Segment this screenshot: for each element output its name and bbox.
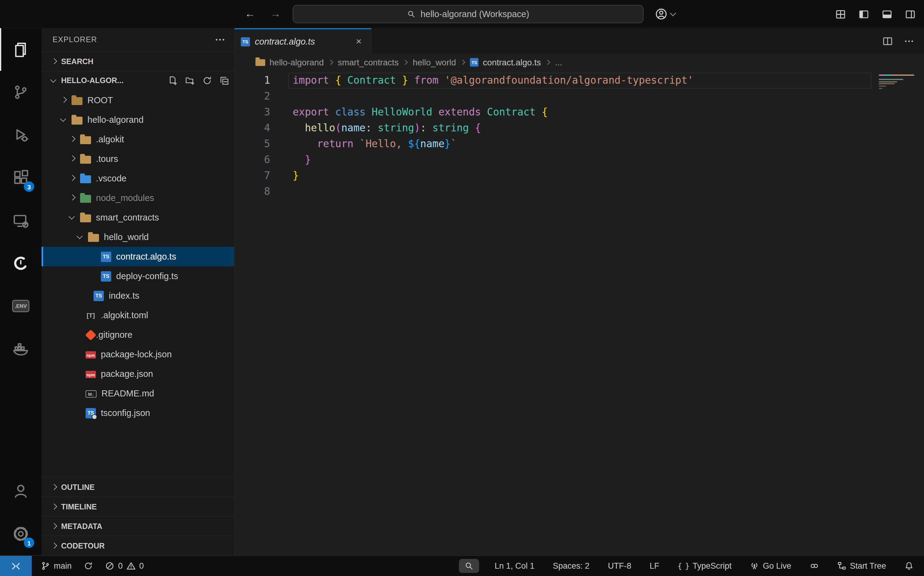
notifications-button[interactable] <box>902 562 917 571</box>
code-line[interactable]: 2 <box>235 88 924 104</box>
customize-layout-icon[interactable] <box>835 9 846 19</box>
activity-explorer[interactable] <box>0 28 42 71</box>
forward-button[interactable] <box>269 7 282 21</box>
tab-contract-algo-ts[interactable]: contract.algo.ts <box>235 28 372 54</box>
activity-settings[interactable]: 1 <box>0 512 42 555</box>
toggle-secondary-sidebar-icon[interactable] <box>905 9 916 19</box>
section-workspace[interactable]: HELLO-ALGOR... <box>42 71 234 90</box>
breadcrumb-item[interactable]: smart_contracts <box>338 58 399 67</box>
encoding-button[interactable]: UTF-8 <box>605 562 634 571</box>
tree-item-folder[interactable]: hello-algorand <box>42 110 234 130</box>
activity-algokit[interactable] <box>0 242 42 285</box>
start-tree-button[interactable]: Start Tree <box>834 562 889 571</box>
tsconfig-icon <box>86 408 96 418</box>
breadcrumb-item[interactable]: hello_world <box>413 58 456 67</box>
code-editor[interactable]: 1import { Contract } from '@algorandfoun… <box>235 71 924 555</box>
folder-open-icon <box>72 117 83 125</box>
remote-icon <box>11 561 21 571</box>
code-line[interactable]: 5 return `Hello, ${name}` <box>235 136 924 152</box>
new-file-icon[interactable] <box>168 76 178 85</box>
minimap[interactable] <box>875 71 924 555</box>
folder-open-icon <box>88 234 99 242</box>
tree-item-folder[interactable]: ROOT <box>42 90 234 110</box>
close-icon[interactable] <box>352 35 365 48</box>
more-actions-icon[interactable] <box>904 36 914 46</box>
remote-indicator[interactable] <box>0 556 32 576</box>
tree-item-file[interactable]: index.ts <box>42 286 234 306</box>
tree-item-folder[interactable]: node_modules <box>42 188 234 208</box>
section-outline[interactable]: OUTLINE <box>42 477 234 497</box>
chevron-right-icon <box>69 175 76 182</box>
tree-item-file[interactable]: .gitignore <box>42 325 234 344</box>
more-actions-icon[interactable] <box>215 34 226 45</box>
tree-item-folder[interactable]: smart_contracts <box>42 208 234 227</box>
bell-icon <box>905 562 914 571</box>
go-live-button[interactable]: Go Live <box>747 562 794 571</box>
code-line[interactable]: 8 <box>235 184 924 200</box>
tree-item-file[interactable]: deploy-config.ts <box>42 266 234 286</box>
tree-item-file-selected[interactable]: contract.algo.ts <box>42 247 234 266</box>
sidebar-header: EXPLORER <box>42 28 234 51</box>
breadcrumb-item[interactable]: contract.algo.ts <box>483 58 541 67</box>
account-icon <box>655 8 667 20</box>
tree-item-file[interactable]: package.json <box>42 364 234 384</box>
breadcrumb-item[interactable]: hello-algorand <box>269 58 323 67</box>
tree-item-folder[interactable]: .algokit <box>42 130 234 149</box>
collapse-all-icon[interactable] <box>219 76 229 85</box>
sidebar-title: EXPLORER <box>53 35 97 44</box>
linked-circles-button[interactable] <box>806 562 822 571</box>
files-icon <box>13 42 29 58</box>
activity-run-debug[interactable] <box>0 114 42 156</box>
tree-item-folder[interactable]: .tours <box>42 149 234 169</box>
eol-button[interactable]: LF <box>647 562 663 571</box>
branch-name: main <box>54 562 72 571</box>
new-folder-icon[interactable] <box>185 76 195 85</box>
breadcrumb-item[interactable]: ... <box>555 58 562 67</box>
split-editor-icon[interactable] <box>882 36 893 46</box>
code-lines: 1import { Contract } from '@algorandfoun… <box>235 73 924 200</box>
toggle-panel-icon[interactable] <box>882 9 892 19</box>
vscode-folder-icon <box>80 175 91 183</box>
zoom-button[interactable] <box>459 559 479 573</box>
activity-source-control[interactable] <box>0 71 42 114</box>
account-menu[interactable] <box>655 5 677 22</box>
sync-button[interactable] <box>81 562 96 571</box>
language-button[interactable]: TypeScript <box>674 562 735 571</box>
section-metadata[interactable]: METADATA <box>42 516 234 536</box>
refresh-icon[interactable] <box>202 76 212 85</box>
tree-item-folder[interactable]: hello_world <box>42 227 234 247</box>
code-line[interactable]: 4 hello(name: string): string { <box>235 120 924 136</box>
activity-accounts[interactable] <box>0 470 42 512</box>
problems-button[interactable]: 0 0 <box>102 562 147 571</box>
activity-docker[interactable] <box>0 327 42 370</box>
activity-dotenv[interactable]: .ENV <box>0 285 42 327</box>
indentation-button[interactable]: Spaces: 2 <box>550 562 593 571</box>
status-left: main 0 0 <box>32 562 147 571</box>
tree-item-folder[interactable]: .vscode <box>42 169 234 188</box>
tree-item-file[interactable]: tsconfig.json <box>42 403 234 423</box>
activity-remote-explorer[interactable] <box>0 199 42 242</box>
code-line[interactable]: 6 } <box>235 152 924 168</box>
tree-item-file[interactable]: package-lock.json <box>42 344 234 364</box>
section-codetour[interactable]: CODETOUR <box>42 536 234 555</box>
back-button[interactable] <box>243 7 257 21</box>
run-debug-icon <box>13 127 29 143</box>
tree-item-file[interactable]: .algokit.toml <box>42 306 234 325</box>
section-timeline[interactable]: TIMELINE <box>42 497 234 516</box>
eol: LF <box>650 562 660 571</box>
code-line[interactable]: 1import { Contract } from '@algorandfoun… <box>235 73 924 88</box>
status-right: Ln 1, Col 1 Spaces: 2 UTF-8 LF TypeScrip… <box>459 559 924 573</box>
tree-item-label: .algokit <box>96 134 124 144</box>
tree-item-file[interactable]: README.md <box>42 384 234 403</box>
code-line[interactable]: 3export class HelloWorld extends Contrac… <box>235 104 924 120</box>
command-center-search[interactable]: hello-algorand (Workspace) <box>293 5 644 23</box>
cursor-position-button[interactable]: Ln 1, Col 1 <box>492 562 538 571</box>
toggle-sidebar-icon[interactable] <box>858 9 869 19</box>
error-icon <box>106 562 115 571</box>
section-search[interactable]: SEARCH <box>42 51 234 71</box>
branch-button[interactable]: main <box>38 562 75 571</box>
section-label: OUTLINE <box>61 483 95 491</box>
activity-extensions[interactable]: 3 <box>0 156 42 199</box>
code-line[interactable]: 7} <box>235 168 924 184</box>
typescript-icon <box>241 37 250 46</box>
